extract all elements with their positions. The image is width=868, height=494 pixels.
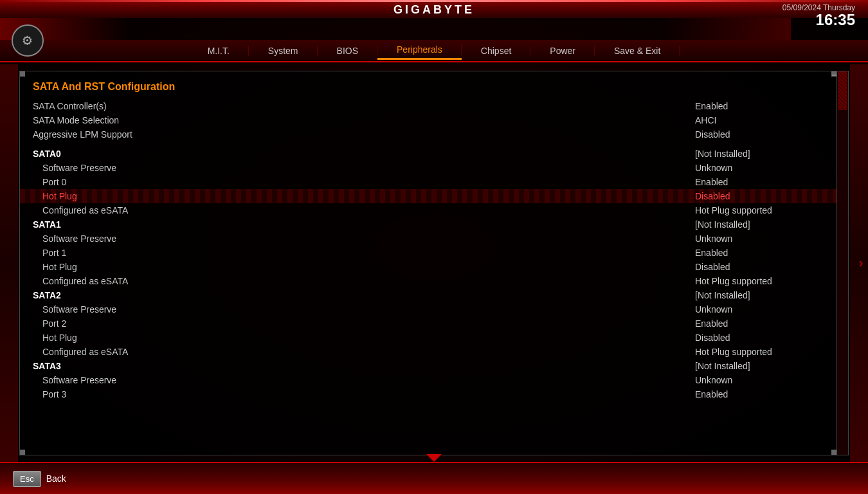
spacer-1: [33, 142, 824, 147]
row-aggressive-lpm[interactable]: Aggressive LPM Support Disabled: [33, 127, 824, 142]
row-sw-preserve-2[interactable]: Software Preserve Unknown: [33, 302, 824, 316]
row-esata-1[interactable]: Configured as eSATA Hot Plug supported: [33, 274, 824, 288]
label-esata-2: Configured as eSATA: [33, 347, 128, 357]
nav-peripherals[interactable]: Peripherals: [377, 41, 462, 60]
corner-br: [831, 450, 836, 455]
top-bar: GIGABYTE: [0, 0, 868, 18]
nav-system[interactable]: System: [249, 42, 318, 59]
nav-mit[interactable]: M.I.T.: [188, 42, 249, 59]
brand-title: GIGABYTE: [393, 3, 475, 17]
value-sata1: [Not Installed]: [695, 219, 824, 230]
row-esata-0[interactable]: Configured as eSATA Hot Plug supported: [33, 203, 824, 217]
row-port2[interactable]: Port 2 Enabled: [33, 316, 824, 331]
row-sata3[interactable]: SATA3 [Not Installed]: [33, 359, 824, 373]
label-sata-controllers: SATA Controller(s): [33, 101, 107, 111]
value-sata3: [Not Installed]: [695, 361, 824, 371]
esc-button[interactable]: Esc: [13, 471, 41, 487]
value-sw-preserve-1: Unknown: [695, 233, 824, 244]
value-sata-mode: AHCI: [695, 115, 824, 125]
value-sata2: [Not Installed]: [695, 290, 824, 300]
row-port1[interactable]: Port 1 Enabled: [33, 246, 824, 260]
bottom-bar: Esc Back: [0, 462, 868, 494]
value-esata-2: Hot Plug supported: [695, 347, 824, 357]
label-sw-preserve-1: Software Preserve: [33, 233, 116, 244]
value-hot-plug-0: Disabled: [695, 191, 824, 201]
row-port3[interactable]: Port 3 Enabled: [33, 387, 824, 401]
back-label: Back: [46, 473, 66, 484]
label-aggressive-lpm: Aggressive LPM Support: [33, 129, 132, 140]
value-esata-1: Hot Plug supported: [695, 276, 824, 286]
label-sw-preserve-0: Software Preserve: [33, 163, 116, 173]
value-port3: Enabled: [695, 389, 824, 399]
clock-area: 05/09/2024 Thursday 16:35: [782, 3, 855, 28]
row-sata1[interactable]: SATA1 [Not Installed]: [33, 217, 824, 232]
value-sata0: [Not Installed]: [695, 149, 824, 159]
bottom-triangle-icon: [426, 454, 442, 462]
label-port1: Port 1: [33, 248, 66, 258]
value-port1: Enabled: [695, 248, 824, 258]
label-sata2: SATA2: [33, 290, 61, 300]
label-esata-1: Configured as eSATA: [33, 276, 128, 286]
left-decoration: [0, 64, 18, 462]
row-port0[interactable]: Port 0 Enabled: [33, 175, 824, 189]
row-hot-plug-1[interactable]: Hot Plug Disabled: [33, 260, 824, 274]
nav-chipset[interactable]: Chipset: [462, 42, 530, 59]
value-sw-preserve-2: Unknown: [695, 304, 824, 315]
row-sata-mode[interactable]: SATA Mode Selection AHCI: [33, 113, 824, 127]
row-sw-preserve-1[interactable]: Software Preserve Unknown: [33, 232, 824, 246]
row-sw-preserve-3[interactable]: Software Preserve Unknown: [33, 373, 824, 387]
corner-bl: [20, 450, 25, 455]
label-port0: Port 0: [33, 177, 66, 187]
nav-bar: M.I.T. System BIOS Peripherals Chipset P…: [0, 40, 868, 62]
label-sata1: SATA1: [33, 219, 61, 230]
gear-area: ⚙: [10, 23, 45, 58]
section-title: SATA And RST Configuration: [20, 71, 848, 99]
nav-bios[interactable]: BIOS: [318, 42, 377, 59]
scrollbar[interactable]: [836, 71, 848, 455]
nav-save-exit[interactable]: Save & Exit: [595, 42, 680, 59]
label-hot-plug-1: Hot Plug: [33, 262, 77, 272]
label-esata-0: Configured as eSATA: [33, 205, 128, 215]
corner-tl: [20, 71, 25, 77]
main-content-panel: SATA And RST Configuration SATA Controll…: [19, 71, 849, 455]
value-port2: Enabled: [695, 318, 824, 329]
right-arrow-icon: ›: [857, 256, 865, 271]
value-sw-preserve-0: Unknown: [695, 163, 824, 173]
row-sata2[interactable]: SATA2 [Not Installed]: [33, 288, 824, 302]
row-sw-preserve-0[interactable]: Software Preserve Unknown: [33, 161, 824, 175]
gear-icon: ⚙: [12, 24, 44, 57]
clock-time: 16:35: [782, 12, 855, 28]
label-sata3: SATA3: [33, 361, 61, 371]
row-sata-controllers[interactable]: SATA Controller(s) Enabled: [33, 99, 824, 113]
value-aggressive-lpm: Disabled: [695, 129, 824, 140]
value-port0: Enabled: [695, 177, 824, 187]
row-esata-2[interactable]: Configured as eSATA Hot Plug supported: [33, 345, 824, 359]
label-sw-preserve-3: Software Preserve: [33, 375, 116, 385]
row-sata0[interactable]: SATA0 [Not Installed]: [33, 147, 824, 161]
right-decoration: ›: [850, 64, 868, 462]
settings-list: SATA Controller(s) Enabled SATA Mode Sel…: [20, 99, 836, 401]
label-sata-mode: SATA Mode Selection: [33, 115, 119, 125]
value-sata-controllers: Enabled: [695, 101, 824, 111]
value-sw-preserve-3: Unknown: [695, 375, 824, 385]
label-port2: Port 2: [33, 318, 66, 329]
row-hot-plug-0[interactable]: Hot Plug Disabled: [20, 189, 836, 203]
label-sw-preserve-2: Software Preserve: [33, 304, 116, 315]
value-hot-plug-1: Disabled: [695, 262, 824, 272]
label-hot-plug-0: Hot Plug: [33, 191, 77, 201]
label-hot-plug-2: Hot Plug: [33, 333, 77, 343]
row-hot-plug-2[interactable]: Hot Plug Disabled: [33, 331, 824, 345]
nav-power[interactable]: Power: [530, 42, 595, 59]
label-sata0: SATA0: [33, 149, 61, 159]
value-esata-0: Hot Plug supported: [695, 205, 824, 215]
value-hot-plug-2: Disabled: [695, 333, 824, 343]
scrollbar-thumb[interactable]: [838, 71, 847, 110]
label-port3: Port 3: [33, 389, 66, 399]
